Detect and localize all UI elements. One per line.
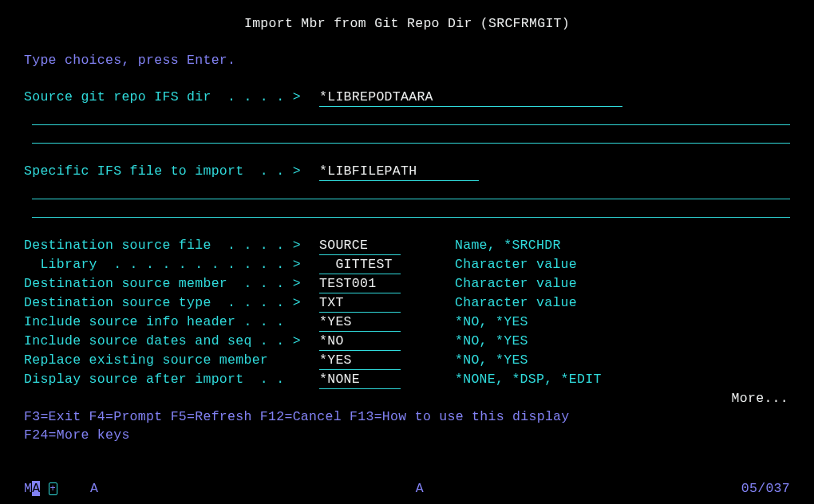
function-keys-line2: F24=More keys: [24, 426, 790, 444]
ifs-file-continuation-1[interactable]: [32, 181, 790, 199]
library-hint: Character value: [455, 255, 577, 274]
function-keys-line1: F3=Exit F4=Prompt F5=Refresh F12=Cancel …: [24, 408, 790, 426]
dspafter-hint: *NONE, *DSP, *EDIT: [455, 370, 602, 388]
dspafter-input[interactable]: *NONE: [319, 370, 401, 389]
cursor-position: 05/037: [741, 479, 790, 499]
srcmbr-hint: Character value: [455, 274, 577, 293]
srcmbr-input[interactable]: TEST001: [319, 274, 401, 293]
repo-dir-label: Source git repo IFS dir . . . . >: [24, 88, 319, 106]
datesseq-label: Include source dates and seq . . >: [24, 332, 319, 350]
srcfile-input[interactable]: SOURCE: [319, 236, 401, 255]
status-left: MA + A: [24, 479, 98, 499]
repo-dir-continuation-1[interactable]: [32, 107, 790, 125]
ifs-file-input[interactable]: *LIBFILEPATH: [319, 162, 479, 181]
library-input[interactable]: GITTEST: [319, 255, 401, 274]
status-center: A: [416, 479, 424, 499]
cursor-indicator: A: [32, 481, 40, 496]
srcmbr-label: Destination source member . . . >: [24, 274, 319, 293]
replace-input[interactable]: *YES: [319, 351, 401, 370]
page-title: Import Mbr from Git Repo Dir (SRCFRMGIT): [24, 14, 790, 33]
datesseq-hint: *NO, *YES: [455, 332, 528, 350]
srcfile-hint: Name, *SRCHDR: [455, 236, 561, 254]
infohdr-label: Include source info header . . .: [24, 313, 319, 331]
srctype-hint: Character value: [455, 293, 577, 312]
more-indicator: More...: [24, 389, 790, 408]
srcfile-label: Destination source file . . . . >: [24, 236, 319, 254]
repo-dir-input[interactable]: *LIBREPODTAARA: [319, 88, 622, 107]
library-label: Library . . . . . . . . . . . >: [24, 255, 319, 274]
replace-label: Replace existing source member: [24, 351, 319, 369]
infohdr-input[interactable]: *YES: [319, 313, 401, 332]
infohdr-hint: *NO, *YES: [455, 313, 528, 331]
datesseq-input[interactable]: *NO: [319, 332, 401, 351]
ifs-file-continuation-2[interactable]: [32, 199, 790, 218]
plus-icon: +: [49, 482, 58, 495]
dspafter-label: Display source after import . .: [24, 370, 319, 388]
replace-hint: *NO, *YES: [455, 351, 528, 369]
srctype-label: Destination source type . . . . >: [24, 293, 319, 312]
instruction-text: Type choices, press Enter.: [24, 51, 790, 69]
srctype-input[interactable]: TXT: [319, 293, 401, 313]
repo-dir-continuation-2[interactable]: [32, 125, 790, 144]
ifs-file-label: Specific IFS file to import . . >: [24, 162, 319, 180]
